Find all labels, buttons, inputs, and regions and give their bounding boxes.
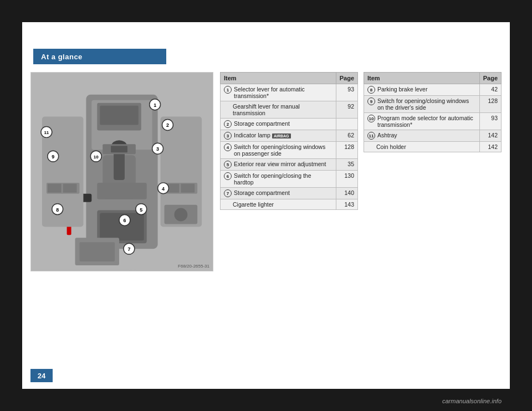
page-number-box: 24 (30, 369, 53, 382)
table-cell-page: 128 (336, 142, 357, 159)
table-cell-page: 92 (336, 101, 357, 119)
svg-text:8: 8 (56, 207, 59, 213)
left-table-item-header: Item (221, 73, 336, 84)
tables-area: Item Page 1 Selector lever for automatic… (220, 72, 502, 271)
table-cell-item: 11 Ashtray (364, 130, 480, 142)
table-row: 5 Exterior rear view mirror adjustment 3… (221, 159, 358, 171)
table-cell-item: 6 Switch for opening/closing the hardtop (221, 171, 336, 188)
item-number: 5 (224, 161, 232, 168)
svg-text:7: 7 (127, 246, 130, 252)
table-cell-page: 35 (336, 159, 357, 171)
page-number: 24 (38, 372, 45, 380)
table-cell-page (336, 119, 357, 130)
table-cell-page: 142 (479, 130, 501, 142)
svg-rect-26 (97, 183, 146, 199)
svg-text:11: 11 (44, 130, 49, 135)
svg-text:2: 2 (166, 122, 169, 128)
item-number: 6 (224, 172, 232, 180)
item-number: 9 (367, 97, 375, 105)
item-number: 8 (367, 86, 375, 94)
svg-rect-14 (63, 184, 77, 193)
table-cell-item: Coin holder (364, 142, 480, 152)
svg-text:5: 5 (140, 207, 142, 213)
table-cell-item: Gearshift lever for manual transmission (221, 101, 336, 119)
image-caption: F68/20-2655-31 (178, 264, 209, 269)
svg-rect-13 (48, 184, 62, 193)
table-row: Coin holder 142 (364, 142, 502, 152)
section-title: At a glance (41, 53, 83, 61)
table-row: Gearshift lever for manual transmission … (221, 101, 358, 119)
table-cell-page: 93 (479, 113, 501, 130)
table-row: 11 Ashtray 142 (364, 130, 502, 142)
table-cell-page: 128 (479, 96, 501, 113)
table-cell-page: 140 (336, 188, 357, 199)
car-interior-svg: 1 2 3 4 5 6 7 8 (31, 73, 213, 271)
airbag-badge: AIRBAG (272, 133, 291, 138)
table-row: 1 Selector lever for automatic transmiss… (221, 84, 358, 101)
car-image-container: 1 2 3 4 5 6 7 8 (30, 72, 213, 271)
table-cell-item: 8 Parking brake lever (364, 84, 480, 96)
table-cell-item: 9 Switch for opening/closing windows on … (364, 96, 480, 113)
left-item-table: Item Page 1 Selector lever for automatic… (220, 72, 358, 210)
svg-rect-4 (100, 106, 139, 125)
svg-text:1: 1 (154, 102, 156, 108)
table-cell-item: 7 Storage compartment (221, 188, 336, 199)
table-cell-page: 62 (336, 130, 357, 142)
table-cell-page: 93 (336, 84, 357, 101)
table-cell-item: 4 Switch for opening/closing windows on … (221, 142, 336, 159)
table-cell-item: 3 Indicator lamp AIRBAG (221, 130, 336, 142)
table-cell-item: Cigarette lighter (221, 199, 336, 210)
table-cell-page: 42 (479, 84, 501, 96)
table-row: 2 Storage compartment (221, 119, 358, 130)
svg-text:9: 9 (52, 154, 54, 160)
right-table-item-header: Item (364, 73, 480, 84)
item-number: 1 (224, 86, 232, 94)
right-item-table: Item Page 8 Parking brake lever 42 (364, 72, 502, 152)
table-cell-page: 143 (336, 199, 357, 210)
table-row: 9 Switch for opening/closing windows on … (364, 96, 502, 113)
item-number: 4 (224, 143, 232, 151)
table-row: Cigarette lighter 143 (221, 199, 358, 210)
table-row: 10 Program mode selector for automatic t… (364, 113, 502, 130)
svg-text:6: 6 (123, 218, 126, 223)
table-row: 8 Parking brake lever 42 (364, 84, 502, 96)
svg-rect-23 (111, 146, 127, 152)
table-row: 4 Switch for opening/closing windows on … (221, 142, 358, 159)
svg-rect-17 (181, 184, 195, 193)
table-row: 3 Indicator lamp AIRBAG 62 (221, 130, 358, 142)
car-image-inner: 1 2 3 4 5 6 7 8 (31, 73, 213, 271)
left-table-page-header: Page (336, 73, 357, 84)
svg-text:4: 4 (162, 186, 165, 192)
content-area: 1 2 3 4 5 6 7 8 (30, 72, 502, 271)
svg-text:10: 10 (94, 155, 99, 160)
item-number: 7 (224, 189, 232, 197)
table-cell-item: 2 Storage compartment (221, 119, 336, 130)
item-number: 10 (367, 115, 375, 122)
table-cell-page: 130 (336, 171, 357, 188)
table-row: 6 Switch for opening/closing the hardtop… (221, 171, 358, 188)
table-cell-item: 5 Exterior rear view mirror adjustment (221, 159, 336, 171)
table-cell-item: 10 Program mode selector for automatic t… (364, 113, 480, 130)
table-row: 7 Storage compartment 140 (221, 188, 358, 199)
website-url: carmanualsonline.info (442, 398, 502, 404)
item-number: 2 (224, 120, 232, 128)
item-number: 3 (224, 132, 232, 140)
section-header: At a glance (33, 49, 166, 64)
right-table-page-header: Page (479, 73, 501, 84)
table-cell-item: 1 Selector lever for automatic transmiss… (221, 84, 336, 101)
svg-rect-21 (79, 242, 115, 261)
item-number: 11 (367, 132, 375, 140)
site-footer: carmanualsonline.info (442, 398, 502, 404)
svg-point-25 (174, 208, 187, 222)
svg-text:3: 3 (156, 146, 159, 152)
table-cell-page: 142 (479, 142, 501, 152)
